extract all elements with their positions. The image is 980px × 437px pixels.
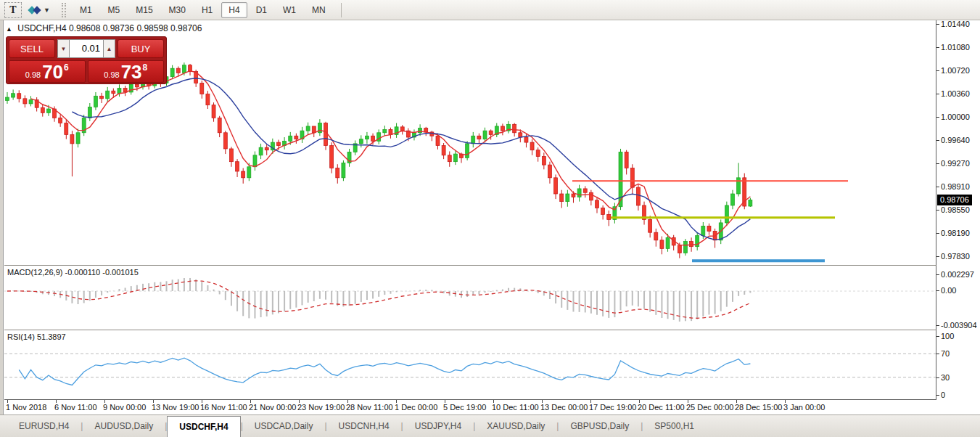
- price-axis-label: 0.98910: [941, 182, 970, 191]
- chart-window: ▲ USDCHF,H4 0.98608 0.98736 0.98598 0.98…: [0, 20, 980, 414]
- price-axis-label: 0.97830: [941, 252, 970, 261]
- timeframe-button-m5[interactable]: M5: [101, 2, 128, 18]
- macd-histogram: [7, 278, 750, 322]
- buy-button[interactable]: BUY: [118, 39, 164, 58]
- buy-price-display[interactable]: 0.98 73 8: [88, 60, 165, 83]
- time-axis-label: 21 Nov 00:00: [249, 403, 296, 412]
- rsi-axis-label: 100: [941, 332, 954, 340]
- time-axis-label: 20 Dec 11:00: [638, 403, 685, 412]
- timeframe-button-m15[interactable]: M15: [128, 2, 160, 18]
- macd-axis-label: -0.003904: [941, 321, 977, 330]
- rsi-axis-label: 70: [941, 349, 950, 358]
- price-axis-label: 0.99270: [941, 159, 970, 168]
- time-axis-label: 28 Dec 15:00: [735, 403, 782, 412]
- volume-field[interactable]: 0.01: [70, 39, 103, 58]
- chart-tab-usdcnh[interactable]: USDCNH,H4: [327, 415, 401, 437]
- timeframe-button-h4[interactable]: H4: [221, 2, 247, 18]
- chart-tab-usdchf[interactable]: USDCHF,H4: [167, 416, 240, 437]
- timeframe-group: M1M5M15M30H1H4D1W1MN: [72, 2, 334, 18]
- buy-price-prefix: 0.98: [104, 70, 119, 79]
- axis-tick: [936, 274, 939, 275]
- toolbar-grip[interactable]: [62, 3, 66, 17]
- time-axis-label: 23 Nov 19:00: [297, 403, 345, 412]
- window-left-border: [0, 20, 4, 414]
- volume-increase-button[interactable]: ▲: [103, 39, 115, 58]
- chart-tab-audusd[interactable]: AUDUSD,Daily: [83, 415, 165, 437]
- macd-axis-label: 0.002297: [941, 270, 974, 279]
- axis-tick: [936, 24, 939, 25]
- macd-axis-label: 0.00: [941, 286, 956, 295]
- time-axis-label: 6 Nov 11:00: [54, 403, 97, 412]
- timeframe-button-mn[interactable]: MN: [305, 2, 333, 18]
- toolbar-separator: [341, 3, 342, 17]
- buy-price-main: 73: [121, 62, 142, 81]
- time-axis-label: 10 Dec 11:00: [492, 403, 539, 412]
- sell-button[interactable]: SELL: [9, 39, 55, 58]
- chart-tab-xauusd[interactable]: XAUUSD,Daily: [475, 415, 556, 437]
- chart-tab-bar: EURUSD,H4|AUDUSD,Daily|USDCHF,H4|USDCAD,…: [0, 414, 980, 437]
- axis-tick: [936, 336, 939, 337]
- chevron-down-icon: ▼: [44, 7, 50, 14]
- one-click-trading-panel: SELL ▼ 0.01 ▲ BUY 0.98 70 6 0.98 73 8: [6, 36, 167, 84]
- time-axis-label: 1 Dec 00:00: [395, 403, 437, 412]
- current-price-tag: 0.98706: [937, 195, 972, 205]
- diamond-icon: [33, 6, 41, 14]
- time-axis: 1 Nov 20186 Nov 11:009 Nov 00:0013 Nov 1…: [4, 400, 936, 414]
- timeframe-button-w1[interactable]: W1: [276, 2, 303, 18]
- time-axis-label: 5 Dec 19:00: [443, 403, 486, 412]
- timeframe-button-m30[interactable]: M30: [162, 2, 193, 18]
- volume-decrease-button[interactable]: ▼: [57, 39, 70, 58]
- volume-stepper: ▼ 0.01 ▲: [57, 39, 115, 58]
- axis-tick: [936, 210, 939, 211]
- sell-price-display[interactable]: 0.98 70 6: [9, 60, 86, 83]
- candles: [6, 62, 752, 258]
- axis-tick: [936, 70, 939, 71]
- axis-tick: [936, 163, 939, 164]
- time-axis-label: 28 Nov 11:00: [346, 403, 393, 412]
- chart-tab-usdcad[interactable]: USDCAD,Daily: [243, 415, 325, 437]
- chart-symbol: USDCHF,H4: [17, 23, 66, 33]
- axis-tick: [936, 354, 939, 354]
- axis-tick: [936, 140, 939, 141]
- rsi-indicator-panel[interactable]: [4, 330, 936, 400]
- objects-tool-button[interactable]: ▼: [26, 2, 53, 18]
- price-axis-label: 1.00360: [941, 89, 970, 98]
- timeframe-button-m1[interactable]: M1: [73, 2, 99, 18]
- timeframe-button-h1[interactable]: H1: [194, 2, 220, 18]
- buy-price-pip: 8: [143, 62, 148, 73]
- trading-platform-window: T ▼ M1M5M15M30H1H4D1W1MN ▲ USDCHF,H4 0.9…: [0, 0, 980, 437]
- time-axis-label: 13 Dec 00:00: [540, 403, 588, 412]
- sell-price-pip: 6: [64, 62, 69, 73]
- price-axis-label: 0.99640: [941, 136, 970, 144]
- time-axis-label: 25 Dec 00:00: [686, 403, 733, 412]
- toolbar: T ▼ M1M5M15M30H1H4D1W1MN: [0, 0, 980, 20]
- price-axis-label: 1.01080: [941, 43, 970, 52]
- chart-tab-eurusd[interactable]: EURUSD,H4: [7, 415, 81, 437]
- text-tool-button[interactable]: T: [4, 2, 22, 18]
- timeframe-button-d1[interactable]: D1: [249, 2, 274, 18]
- chart-tab-usdjpy[interactable]: USDJPY,H4: [403, 415, 473, 437]
- time-axis-label: 1 Nov 2018: [6, 403, 46, 412]
- axis-tick: [936, 94, 939, 94]
- axis-tick: [936, 256, 939, 257]
- time-axis-label: 3 Jan 00:00: [783, 403, 825, 412]
- rsi-axis-label: 30: [941, 373, 950, 382]
- macd-indicator-panel[interactable]: [4, 266, 936, 330]
- ma-slow-line: [72, 78, 750, 240]
- axis-tick: [936, 325, 939, 326]
- axis-tick: [936, 187, 939, 187]
- rsi-axis-label: 0: [941, 391, 945, 399]
- chart-tab-sp500[interactable]: SP500,H1: [643, 415, 706, 437]
- sell-price-prefix: 0.98: [25, 70, 41, 79]
- price-axis-label: 0.98550: [941, 205, 970, 214]
- price-axis-label: 1.00720: [941, 66, 970, 75]
- chart-ohlc-values: 0.98608 0.98736 0.98598 0.98706: [69, 23, 202, 33]
- rsi-label: RSI(14) 51.3897: [7, 332, 66, 341]
- price-axis: 1.014401.010801.007201.003601.000000.996…: [936, 20, 980, 414]
- chart-title: ▲ USDCHF,H4 0.98608 0.98736 0.98598 0.98…: [6, 23, 202, 33]
- price-axis-label: 1.01440: [941, 20, 970, 28]
- axis-tick: [936, 117, 939, 118]
- chart-tab-gbpusd[interactable]: GBPUSD,Daily: [559, 415, 641, 437]
- time-axis-label: 17 Dec 19:00: [589, 403, 636, 412]
- price-axis-label: 1.00000: [941, 113, 970, 121]
